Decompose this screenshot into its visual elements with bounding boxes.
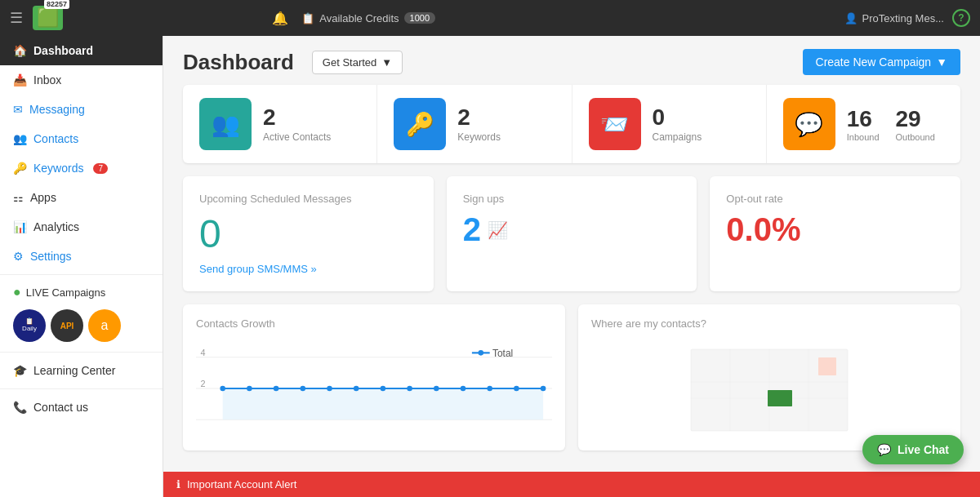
account-icon: 👤 <box>844 12 858 24</box>
messages-stat-dual: 16 Inbound 29 Outbound <box>847 106 935 142</box>
scheduled-title: Upcoming Scheduled Messages <box>199 193 417 205</box>
topbar-right: 👤 ProTexting Mes... ? <box>844 9 970 27</box>
stat-cards-row: 👥 2 Active Contacts 🔑 2 Keywords 📨 0 Cam… <box>183 85 960 163</box>
contacts-stat-label: Active Contacts <box>263 131 331 143</box>
outbound-value: 29 <box>896 106 935 132</box>
sidebar-item-dashboard[interactable]: 🏠 Dashboard <box>0 36 163 65</box>
sidebar-label-analytics: Analytics <box>33 220 79 233</box>
charts-row: Contacts Growth 4 2 <box>183 304 960 450</box>
topbar: ☰ 82257 🟩 🔔 📋 Available Credits 1000 👤 P… <box>0 0 980 36</box>
stat-card-messages: 💬 16 Inbound 29 Outbound <box>767 85 960 163</box>
contacts-map-panel: Where are my contacts? <box>578 304 960 450</box>
analytics-icon: 📊 <box>13 220 27 233</box>
learning-center-icon: 🎓 <box>13 364 27 377</box>
inbound-value: 16 <box>847 106 880 132</box>
sidebar-item-analytics[interactable]: 📊 Analytics <box>0 212 163 242</box>
svg-point-12 <box>381 386 386 392</box>
messages-stat-icon: 💬 <box>783 98 835 150</box>
svg-point-7 <box>247 386 252 392</box>
get-started-button[interactable]: Get Started ▼ <box>312 51 403 74</box>
sidebar-item-inbox[interactable]: 📥 Inbox <box>0 65 163 95</box>
svg-text:4: 4 <box>200 348 205 357</box>
important-alert-bar[interactable]: ℹ Important Account Alert <box>163 472 980 497</box>
info-panels-row: Upcoming Scheduled Messages 0 Send group… <box>183 176 960 291</box>
campaigns-stat-value: 0 <box>653 105 702 131</box>
svg-point-11 <box>354 386 359 392</box>
alert-label: Important Account Alert <box>187 478 296 490</box>
trend-up-icon: 📈 <box>488 220 508 240</box>
contacts-map <box>591 339 947 437</box>
live-chat-icon: 💬 <box>877 443 891 456</box>
contacts-growth-panel: Contacts Growth 4 2 <box>183 304 565 450</box>
inbound-label: Inbound <box>847 132 880 142</box>
svg-point-14 <box>434 386 439 392</box>
credits-value: 1000 <box>404 12 435 24</box>
header-left: Dashboard Get Started ▼ <box>183 50 403 75</box>
svg-point-16 <box>487 386 492 392</box>
svg-rect-28 <box>768 390 792 406</box>
sidebar-item-apps[interactable]: ⚏ Apps <box>0 183 163 212</box>
svg-point-18 <box>541 386 546 392</box>
get-started-label: Get Started <box>323 56 376 69</box>
topbar-center: 🔔 📋 Available Credits 1000 <box>272 11 435 26</box>
stat-card-campaigns: 📨 0 Campaigns <box>572 85 767 163</box>
create-campaign-button[interactable]: Create New Campaign ▼ <box>803 49 960 75</box>
main-content: Dashboard Get Started ▼ Create New Campa… <box>163 36 980 497</box>
hamburger-icon[interactable]: ☰ <box>10 9 23 27</box>
scheduled-panel: Upcoming Scheduled Messages 0 Send group… <box>183 176 434 291</box>
live-campaigns-section: ● LIVE Campaigns <box>0 278 163 306</box>
campaign-amazon-icon[interactable]: a <box>88 309 121 342</box>
live-dot-icon: ● <box>13 285 21 300</box>
stat-card-contacts: 👥 2 Active Contacts <box>183 85 377 163</box>
contacts-stat-numbers: 2 Active Contacts <box>263 105 331 144</box>
optout-value: 0.0% <box>726 211 944 248</box>
campaign-daily-icon[interactable]: 📋Daily <box>13 309 46 342</box>
campaign-api-icon[interactable]: API <box>51 309 83 342</box>
sidebar-label-dashboard: Dashboard <box>33 44 93 57</box>
sidebar-item-keywords[interactable]: 🔑 Keywords 7 <box>0 153 163 183</box>
sidebar-label-apps: Apps <box>30 191 56 204</box>
help-icon[interactable]: ? <box>952 9 970 27</box>
caret-icon: ▼ <box>936 55 947 69</box>
logo: 82257 🟩 <box>33 6 63 30</box>
keywords-stat-value: 2 <box>457 105 501 131</box>
contacts-growth-title: Contacts Growth <box>196 317 552 330</box>
optout-panel: Opt-out rate 0.0% <box>710 176 960 291</box>
sidebar-label-inbox: Inbox <box>33 73 61 87</box>
sidebar-label-messaging: Messaging <box>29 103 85 116</box>
send-group-sms-link[interactable]: Send group SMS/MMS » <box>199 263 417 275</box>
messaging-icon: ✉ <box>13 103 23 116</box>
sidebar-label-contact-us: Contact us <box>33 401 88 414</box>
account-menu[interactable]: 👤 ProTexting Mes... <box>844 12 944 24</box>
bell-icon[interactable]: 🔔 <box>272 11 288 26</box>
live-chat-button[interactable]: 💬 Live Chat <box>862 435 964 464</box>
svg-text:2: 2 <box>200 379 205 388</box>
dashboard-icon: 🏠 <box>13 44 27 57</box>
sidebar-divider-1 <box>0 274 163 275</box>
sidebar-label-settings: Settings <box>30 250 72 263</box>
svg-text:Total: Total <box>492 348 513 359</box>
live-chat-label: Live Chat <box>898 443 949 456</box>
contacts-growth-chart: 4 2 <box>196 339 552 437</box>
stat-card-keywords: 🔑 2 Keywords <box>377 85 572 163</box>
keywords-stat-numbers: 2 Keywords <box>457 105 501 144</box>
keywords-stat-label: Keywords <box>457 131 501 143</box>
alert-icon: ℹ <box>176 478 180 490</box>
sidebar-item-contact-us[interactable]: 📞 Contact us <box>0 393 163 422</box>
sidebar-item-messaging[interactable]: ✉ Messaging <box>0 95 163 124</box>
sidebar-item-learning-center[interactable]: 🎓 Learning Center <box>0 356 163 385</box>
sidebar-item-contacts[interactable]: 👥 Contacts <box>0 124 163 153</box>
contacts-icon: 👥 <box>13 132 27 145</box>
svg-point-15 <box>461 386 466 392</box>
contacts-stat-value: 2 <box>263 105 331 131</box>
sidebar-item-settings[interactable]: ⚙ Settings <box>0 242 163 271</box>
create-campaign-label: Create New Campaign <box>816 55 932 69</box>
sidebar-label-keywords: Keywords <box>33 162 83 175</box>
logo-badge: 82257 <box>44 0 69 9</box>
scheduled-value: 0 <box>199 211 417 256</box>
account-name: ProTexting Mes... <box>862 12 944 24</box>
svg-point-20 <box>479 350 484 356</box>
signups-display: 2 📈 <box>463 211 681 248</box>
layout: 🏠 Dashboard 📥 Inbox ✉ Messaging 👥 Contac… <box>0 36 980 497</box>
apps-icon: ⚏ <box>13 191 24 204</box>
